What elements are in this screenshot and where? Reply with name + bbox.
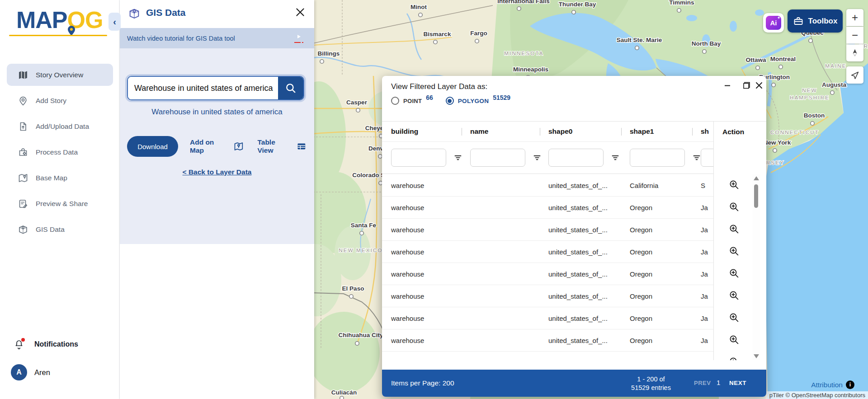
table-row: warehouseunited_states_of_...OregonJa [382,219,713,241]
zoom-in-icon[interactable] [728,201,740,214]
geometry-radio-group: POINT 66 POLYGON 51529 [391,97,510,105]
map-label-city: Casper [346,99,368,106]
table-view-button[interactable]: Table View [257,138,307,155]
zoom-in-icon[interactable] [728,312,740,325]
table-body: warehouseunited_states_of_...CaliforniaS… [382,174,713,360]
maximize-icon[interactable] [741,80,752,91]
row-zoom-to-feature[interactable] [714,174,752,197]
filter-input-name[interactable] [470,149,525,167]
filter-input-shape1[interactable] [630,149,685,167]
zoom-in-icon[interactable] [728,223,740,236]
sidebar: MAPOG Story OverviewAdd StoryAdd/Upload … [0,0,120,399]
user-menu[interactable]: A Aren [11,364,50,380]
map-zoom-out-button[interactable]: − [846,27,863,44]
row-zoom-to-feature[interactable] [714,197,752,219]
next-page-button[interactable]: NEXT [729,380,746,386]
row-zoom-to-feature[interactable] [714,307,752,329]
row-zoom-to-feature[interactable] [714,352,752,360]
back-link[interactable]: < Back to Layer Data [183,168,252,176]
search-suggestion[interactable]: Warehouse in united states of america [120,108,314,117]
map-city-dot [434,40,437,44]
toolbox-button[interactable]: Toolbox [788,9,843,33]
gis-panel-header: GIS Data [120,0,314,28]
search-button[interactable] [278,77,303,99]
scroll-up-arrow[interactable] [754,176,759,180]
sidebar-item-story-overview[interactable]: Story Overview [7,64,113,86]
close-icon[interactable] [294,6,306,18]
add-on-map-icon [233,141,244,152]
info-icon[interactable]: i [846,380,854,389]
panel-collapse-button[interactable]: ‹ [108,13,121,31]
radio-point-circle[interactable] [391,97,399,105]
filter-input-sh[interactable] [701,149,713,167]
map-city-dot [360,231,363,235]
row-zoom-to-feature[interactable] [714,285,752,307]
map-zoom-in-button[interactable]: + [846,9,863,26]
row-zoom-to-feature[interactable] [714,241,752,263]
sidebar-item-add-story[interactable]: Add Story [7,89,113,112]
cell-shape0: united_states_of_... [548,248,630,256]
filter-icon[interactable] [610,153,620,163]
search-input[interactable] [128,77,278,99]
watch-tutorial-link[interactable]: Watch video tutorial for GIS Data tool [120,28,314,48]
filter-icon[interactable] [692,153,702,163]
filter-input-building[interactable] [391,149,446,167]
ai-button[interactable]: Ai✦ [763,13,784,33]
table-row: warehouseunited_states_of_...OregonJa [382,263,713,285]
filter-cell [701,149,713,167]
zoom-in-icon[interactable] [728,179,740,192]
radio-polygon-label: POLYGON [458,98,489,104]
radio-polygon-circle[interactable] [446,97,454,105]
sidebar-item-add-upload-data[interactable]: Add/Upload Data [7,115,113,137]
sidebar-item-process-data[interactable]: Process Data [7,141,113,163]
download-button[interactable]: Download [127,136,178,157]
radio-point[interactable]: POINT 66 [391,97,433,105]
minimize-icon[interactable] [722,80,733,91]
sidebar-item-base-map[interactable]: Base Map [7,167,113,189]
add-on-map-button[interactable]: Add on Map [190,138,244,155]
filter-icon[interactable] [453,153,463,163]
notifications-button[interactable]: Notifications [14,339,78,350]
row-zoom-to-feature[interactable] [714,219,752,241]
cell-shape0: united_states_of_... [548,270,630,278]
zoom-in-icon[interactable] [728,290,740,303]
prev-page-button[interactable]: PREV [694,380,711,386]
zoom-in-icon[interactable] [728,356,740,360]
cell-building: warehouse [391,359,470,361]
vertical-scrollbar[interactable] [752,174,760,360]
sidebar-item-label: Add Story [36,97,66,105]
attribution-link[interactable]: Attribution i [811,380,854,389]
zoom-in-icon[interactable] [728,268,740,281]
vertical-scroll-thumb[interactable] [754,184,758,208]
map-city-dot [572,10,576,14]
table-row: warehouseunited_states_of_...OregonJa [382,285,713,307]
radio-polygon[interactable]: POLYGON 51529 [446,97,510,105]
map-label-city: New York [764,139,791,146]
filter-icon[interactable] [532,153,542,163]
sidebar-item-label: Preview & Share [36,200,88,208]
map-compass-button[interactable] [846,44,863,61]
cell-shape1: Oregon [630,315,701,322]
modal-close-icon[interactable] [754,80,764,91]
map-label-city: El Paso [342,285,364,292]
sidebar-item-gis-data[interactable]: GIS Data [7,218,113,240]
filter-cell [548,149,630,167]
youtube-icon [293,33,305,44]
map-city-dot [378,155,382,158]
cell-shape1: California [630,182,701,189]
filter-cell [630,149,701,167]
scroll-down-arrow[interactable] [754,354,759,358]
zoom-in-icon[interactable] [728,245,740,258]
sidebar-item-preview-share[interactable]: Preview & Share [7,192,113,215]
row-zoom-to-feature[interactable] [714,329,752,352]
zoom-in-icon[interactable] [728,334,740,347]
filter-input-shape0[interactable] [548,149,604,167]
panel-actions: Download Add on Map Table View [127,136,307,157]
current-page[interactable]: 1 [717,379,720,386]
column-header-sh: sh [701,127,713,136]
row-zoom-to-feature[interactable] [714,263,752,285]
map-locate-button[interactable] [846,66,863,84]
map-city-dot [320,60,324,63]
map-label-state: CONNECTICUT [770,130,819,135]
add-upload-data-icon [18,121,28,132]
